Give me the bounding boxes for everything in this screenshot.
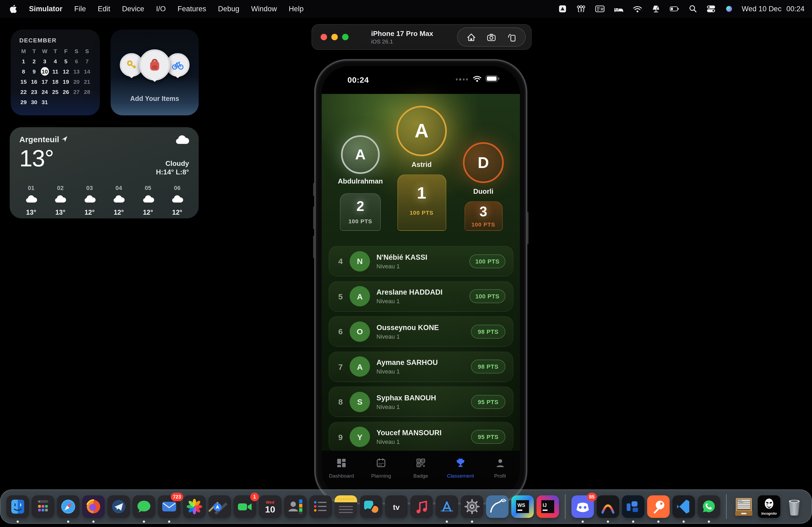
wifi-icon[interactable] xyxy=(633,5,642,13)
leaderboard-level: Niveau 1 xyxy=(376,263,469,269)
mysql-workbench-icon[interactable] xyxy=(485,495,509,518)
calendar-day: 4 xyxy=(50,57,60,65)
menu-debug[interactable]: Debug xyxy=(218,5,240,13)
notes-icon[interactable] xyxy=(334,495,358,518)
calendar-day: 20 xyxy=(71,77,82,86)
file-cabinet-icon[interactable] xyxy=(732,495,756,518)
incognito-icon[interactable]: Incognito xyxy=(757,495,781,518)
safari-icon[interactable] xyxy=(56,495,80,518)
weather-widget[interactable]: Argenteuil 13° Cloudy H:14° L:8° 0113°02… xyxy=(10,127,199,219)
leaderboard-row[interactable]: 7AAymane SARHOUNiveau 198 PTS xyxy=(329,351,513,382)
discord-icon[interactable]: 85 xyxy=(571,495,595,518)
leaderboard-avatar: Y xyxy=(350,427,370,447)
leaderboard-row[interactable]: 9YYoucef MANSOURINiveau 195 PTS xyxy=(329,422,513,452)
firefox-icon[interactable] xyxy=(82,495,105,518)
adguard-icon[interactable] xyxy=(558,5,567,13)
running-indicator xyxy=(708,521,710,523)
leaderboard-row[interactable]: 5AAreslane HADDADINiveau 1100 PTS xyxy=(329,281,513,312)
telegram-icon[interactable] xyxy=(107,495,130,518)
settings-icon[interactable] xyxy=(460,495,484,518)
menu-bar-date[interactable]: Wed 10 Dec xyxy=(742,5,781,13)
appletv-icon[interactable]: tv xyxy=(385,495,408,518)
tab-label: Profil xyxy=(494,473,506,479)
active-app-name[interactable]: Simulator xyxy=(29,5,62,13)
weather-hour: 0213° xyxy=(51,185,70,216)
vscode-icon[interactable] xyxy=(672,495,695,518)
control-center-icon[interactable] xyxy=(706,5,716,13)
rotate-icon[interactable] xyxy=(506,32,517,42)
calendar-day: 5 xyxy=(61,57,71,65)
minimize-button[interactable] xyxy=(331,34,338,40)
photos-icon[interactable] xyxy=(183,495,206,518)
podium-name: Duorli xyxy=(473,187,493,196)
contacts-icon[interactable] xyxy=(284,495,307,518)
launchpad-icon[interactable] xyxy=(31,495,55,518)
intellij-icon[interactable]: IJ xyxy=(536,495,560,518)
maps-icon[interactable] xyxy=(208,495,231,518)
tab-label: Classement xyxy=(447,473,474,479)
podium-rank: 1 xyxy=(417,183,426,203)
weather-location: Argenteuil xyxy=(19,135,59,144)
podium-bronze[interactable]: DDuorli3100 PTS xyxy=(463,142,504,231)
zoom-button[interactable] xyxy=(342,34,349,40)
menu-edit[interactable]: Edit xyxy=(98,5,110,13)
leaderboard-name: Areslane HADDADI xyxy=(376,288,469,296)
menu-features[interactable]: Features xyxy=(177,5,206,13)
weather-hour-temp: 12° xyxy=(114,209,124,216)
freeform-icon[interactable] xyxy=(359,495,383,518)
cloud-icon xyxy=(25,195,37,205)
menu-file[interactable]: File xyxy=(74,5,86,13)
shortcuts-card-icon[interactable]: ⌘ xyxy=(595,5,605,13)
calendar-day: 12 xyxy=(61,67,71,75)
iphone-frame: 00:24 AAbdulrahman2100 PTSAAstrid1100 PT… xyxy=(314,59,527,505)
mail-icon[interactable]: 723 xyxy=(157,495,181,518)
close-button[interactable] xyxy=(321,34,327,40)
menu-io[interactable]: I/O xyxy=(156,5,166,13)
leaderboard-row[interactable]: 4NN'Nébié KASSINiveau 1100 PTS xyxy=(329,246,513,276)
appstore-icon[interactable] xyxy=(435,495,459,518)
points-badge: 100 PTS xyxy=(469,289,505,303)
menu-window[interactable]: Window xyxy=(251,5,277,13)
music-icon[interactable] xyxy=(410,495,433,518)
finder-icon[interactable] xyxy=(6,495,30,518)
menu-bar-time[interactable]: 00:24 xyxy=(786,5,804,13)
blue-blocks-app-icon[interactable] xyxy=(621,495,645,518)
facetime-icon[interactable]: 1 xyxy=(233,495,257,518)
podium-gold[interactable]: AAstrid1100 PTS xyxy=(396,106,447,231)
leaderboard-row[interactable]: 6OOusseynou KONENiveau 198 PTS xyxy=(329,316,513,347)
leaderboard-rank: 8 xyxy=(336,397,345,406)
calendar-day: 23 xyxy=(29,88,39,96)
keys-icon[interactable] xyxy=(576,5,586,13)
svg-text:Wed: Wed xyxy=(266,500,274,505)
calendar-day-header: T xyxy=(29,47,39,55)
bed-icon[interactable] xyxy=(614,5,624,13)
whatsapp-icon[interactable] xyxy=(697,495,721,518)
podium-silver[interactable]: AAbdulrahman2100 PTS xyxy=(340,135,381,231)
simulator-titlebar[interactable]: iPhone 17 Pro Max iOS 26.1 xyxy=(311,24,532,50)
postman-icon[interactable] xyxy=(647,495,670,518)
screenshot-icon[interactable] xyxy=(486,32,497,42)
apple-menu-icon[interactable] xyxy=(10,4,17,13)
menu-device[interactable]: Device xyxy=(122,5,144,13)
window-controls xyxy=(321,34,349,40)
reminders-icon[interactable] xyxy=(309,495,332,518)
messages-icon[interactable] xyxy=(132,495,156,518)
siri-icon[interactable] xyxy=(725,5,733,13)
trash-icon[interactable] xyxy=(782,495,806,518)
gradient-a-app-icon[interactable] xyxy=(596,495,620,518)
leaderboard-row[interactable]: 8SSyphax BANOUHNiveau 195 PTS xyxy=(329,387,513,417)
podium-name: Abdulrahman xyxy=(338,177,383,186)
running-indicator xyxy=(607,521,609,523)
find-my-widget[interactable]: Add Your Items xyxy=(111,30,199,115)
leaderboard-rank: 4 xyxy=(336,257,345,266)
calendar-widget[interactable]: DECEMBER MTWTFSS123456789101112131415161… xyxy=(11,30,100,115)
webstorm-icon[interactable]: WS xyxy=(511,495,534,518)
search-icon[interactable] xyxy=(688,5,697,13)
battery-icon[interactable] xyxy=(670,5,679,13)
home-icon[interactable] xyxy=(466,32,476,42)
leaderboard-level: Niveau 1 xyxy=(376,438,471,445)
leaderboard-avatar: S xyxy=(350,391,370,412)
menu-help[interactable]: Help xyxy=(289,5,304,13)
display-lamp-icon[interactable] xyxy=(651,5,661,13)
calendar-icon[interactable]: Wed10 xyxy=(258,495,282,518)
